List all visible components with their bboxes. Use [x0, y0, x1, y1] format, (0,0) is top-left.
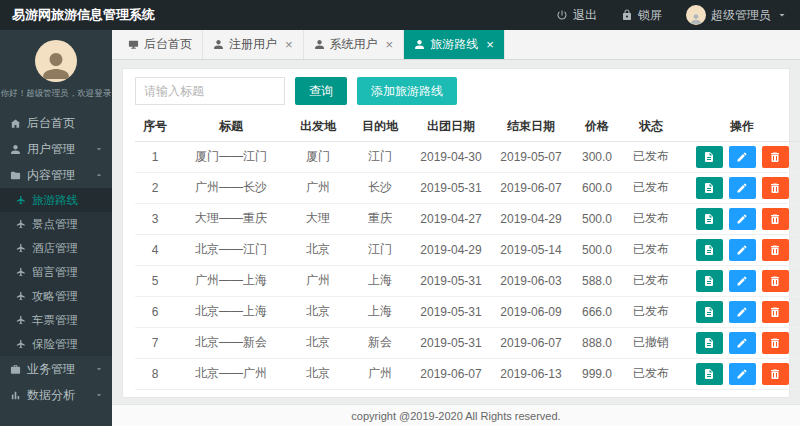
close-icon[interactable]: ×: [386, 38, 394, 51]
table-row: 4北京——江门北京江门2019-04-292019-05-14500.0已发布: [135, 234, 800, 265]
sidebar-avatar: [35, 40, 77, 82]
lock-label: 锁屏: [638, 7, 662, 24]
sidebar-item[interactable]: 景点管理: [0, 212, 112, 236]
routes-panel: 查询 添加旅游路线 序号标题出发地目的地出团日期结束日期价格状态操作 1厦门——…: [122, 68, 790, 398]
detail-button[interactable]: [696, 363, 723, 385]
edit-button[interactable]: [729, 146, 756, 168]
delete-button[interactable]: [762, 208, 789, 230]
trash-icon: [769, 213, 781, 225]
add-route-button[interactable]: 添加旅游路线: [357, 77, 457, 105]
detail-button[interactable]: [696, 208, 723, 230]
query-button[interactable]: 查询: [295, 77, 347, 105]
detail-button[interactable]: [696, 239, 723, 261]
search-input[interactable]: [135, 77, 285, 105]
delete-button[interactable]: [762, 363, 789, 385]
cell-from: 大理: [287, 203, 349, 234]
cell-start: 2019-06-07: [411, 358, 491, 389]
detail-button[interactable]: [696, 332, 723, 354]
trash-icon: [769, 182, 781, 194]
tab-item[interactable]: 后台首页: [118, 30, 203, 59]
logout-button[interactable]: 退出: [544, 0, 609, 30]
edit-button[interactable]: [729, 177, 756, 199]
person-icon: [213, 39, 224, 50]
toolbar: 查询 添加旅游路线: [135, 77, 777, 105]
user-menu[interactable]: 超级管理员: [674, 0, 800, 30]
sidebar-item[interactable]: 后台首页: [0, 110, 112, 136]
tab-item[interactable]: 注册用户×: [203, 30, 304, 59]
sidebar-item[interactable]: 攻略管理: [0, 284, 112, 308]
sidebar-item[interactable]: 留言管理: [0, 260, 112, 284]
close-icon[interactable]: ×: [285, 38, 293, 51]
close-icon[interactable]: ×: [486, 38, 494, 51]
cell-index: 6: [135, 296, 175, 327]
power-icon: [556, 9, 568, 21]
body-row: 你好！超级管理员，欢迎登录 后台首页用户管理内容管理旅游路线景点管理酒店管理留言…: [0, 30, 800, 426]
sidebar-item[interactable]: 保险管理: [0, 332, 112, 356]
pencil-icon: [736, 213, 748, 225]
cell-from: 北京: [287, 296, 349, 327]
detail-button[interactable]: [696, 177, 723, 199]
sidebar-item[interactable]: 业务管理: [0, 356, 112, 382]
cell-end: 2019-06-13: [491, 358, 571, 389]
sidebar-item[interactable]: 旅游路线: [0, 188, 112, 212]
sidebar-item[interactable]: 内容管理: [0, 162, 112, 188]
cell-status: 已发布: [623, 265, 679, 296]
table-row: 2广州——长沙广州长沙2019-05-312019-06-07600.0已发布: [135, 172, 800, 203]
column-header: 状态: [623, 113, 679, 141]
tab-item[interactable]: 系统用户×: [304, 30, 405, 59]
folder-icon: [10, 170, 21, 181]
delete-button[interactable]: [762, 146, 789, 168]
detail-button[interactable]: [696, 146, 723, 168]
edit-button[interactable]: [729, 301, 756, 323]
row-actions: [679, 141, 800, 172]
sidebar-item[interactable]: 数据分析: [0, 382, 112, 408]
cell-price: 588.0: [571, 265, 623, 296]
pencil-icon: [736, 151, 748, 163]
trash-icon: [769, 306, 781, 318]
footer: copyright @2019-2020 All Rights reserved…: [112, 404, 800, 426]
cell-to: 新会: [349, 327, 411, 358]
caret-down-icon: [94, 144, 104, 154]
lock-screen-button[interactable]: 锁屏: [609, 0, 674, 30]
pencil-icon: [736, 337, 748, 349]
edit-button[interactable]: [729, 363, 756, 385]
edit-button[interactable]: [729, 270, 756, 292]
delete-button[interactable]: [762, 177, 789, 199]
plane-icon: [16, 219, 26, 229]
avatar: [686, 5, 706, 25]
column-header: 目的地: [349, 113, 411, 141]
document-icon: [703, 182, 715, 194]
person-icon: [314, 39, 325, 50]
sidebar-item[interactable]: 车票管理: [0, 308, 112, 332]
row-actions: [679, 296, 800, 327]
edit-button[interactable]: [729, 239, 756, 261]
delete-button[interactable]: [762, 332, 789, 354]
edit-button[interactable]: [729, 332, 756, 354]
cell-title: 大理——重庆: [175, 203, 287, 234]
cell-price: 500.0: [571, 203, 623, 234]
cell-start: 2019-04-30: [411, 141, 491, 172]
detail-button[interactable]: [696, 301, 723, 323]
sidebar-item[interactable]: 用户管理: [0, 136, 112, 162]
sidebar-item[interactable]: 酒店管理: [0, 236, 112, 260]
sidebar-item-label: 旅游路线: [32, 193, 78, 208]
cell-title: 北京——新会: [175, 327, 287, 358]
table-body: 1厦门——江门厦门江门2019-04-302019-05-07300.0已发布2…: [135, 141, 800, 389]
main-area: 后台首页注册用户×系统用户×旅游路线× 查询 添加旅游路线 序号标题出发地目的地…: [112, 30, 800, 426]
cell-to: 广州: [349, 358, 411, 389]
cell-title: 北京——上海: [175, 296, 287, 327]
content-area: 查询 添加旅游路线 序号标题出发地目的地出团日期结束日期价格状态操作 1厦门——…: [112, 60, 800, 404]
detail-button[interactable]: [696, 270, 723, 292]
delete-button[interactable]: [762, 239, 789, 261]
caret-down-icon: [94, 390, 104, 400]
cell-start: 2019-05-31: [411, 172, 491, 203]
caret-down-icon: [94, 364, 104, 374]
tab-item[interactable]: 旅游路线×: [404, 30, 505, 59]
trash-icon: [769, 151, 781, 163]
delete-button[interactable]: [762, 270, 789, 292]
edit-button[interactable]: [729, 208, 756, 230]
document-icon: [703, 337, 715, 349]
delete-button[interactable]: [762, 301, 789, 323]
navbar-right: 退出 锁屏 超级管理员: [544, 0, 800, 30]
cell-start: 2019-05-31: [411, 296, 491, 327]
